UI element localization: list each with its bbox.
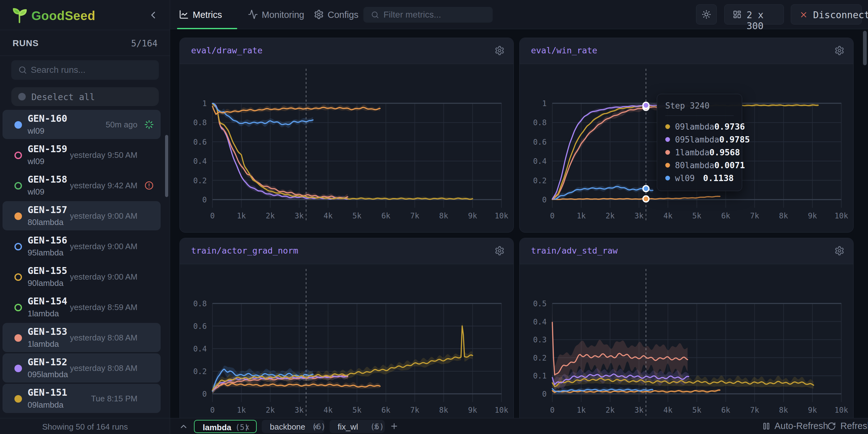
- run-group: 1lambda: [28, 339, 59, 349]
- runs-header: RUNS: [12, 38, 39, 48]
- chart-settings-gear-icon[interactable]: [834, 246, 844, 256]
- tab-configs[interactable]: Configs: [314, 0, 358, 29]
- run-row-gen-151[interactable]: GEN-15109lambdaTue 8:15 PM: [2, 384, 161, 413]
- group-tab-close[interactable]: x: [314, 422, 317, 431]
- group-tab-close[interactable]: x: [245, 423, 249, 432]
- run-list-scrollbar[interactable]: [165, 135, 168, 197]
- run-row-gen-152[interactable]: GEN-152095lambdayesterday 8:08 AM: [2, 353, 161, 382]
- group-tab-close[interactable]: x: [374, 422, 378, 431]
- theme-toggle-button[interactable]: [696, 4, 717, 25]
- svg-text:0: 0: [210, 406, 215, 414]
- grid-layout-button[interactable]: 2 x 300: [724, 4, 784, 25]
- tooltip-row-wl09: wl090.1138: [665, 172, 734, 185]
- chart-title: train/actor_grad_norm: [191, 246, 298, 255]
- run-row-gen-156[interactable]: GEN-15695lambdayesterday 9:00 AM: [2, 231, 161, 261]
- series-color-dot: [665, 124, 670, 129]
- chart-panel-train-adv-std-raw: 0.50.40.30.20.1001k2k3k4k5k6k7k8k9k10ktr…: [519, 238, 854, 433]
- search-icon: [371, 11, 379, 19]
- svg-text:9k: 9k: [468, 212, 477, 220]
- svg-text:0: 0: [203, 390, 207, 399]
- error-icon: [144, 181, 154, 190]
- run-timestamp: yesterday 9:00 AM: [70, 242, 137, 251]
- run-row-gen-153[interactable]: GEN-1531lambdayesterday 8:08 AM: [2, 323, 161, 352]
- chevron-up-icon[interactable]: [179, 422, 188, 431]
- svg-text:0.2: 0.2: [533, 176, 547, 185]
- monitoring-icon: [248, 9, 258, 20]
- runs-showing-text: Showing 50 of 164 runs: [0, 422, 170, 432]
- chart-settings-gear-icon[interactable]: [495, 246, 505, 256]
- chart-plot-eval-draw-rate[interactable]: 10.80.60.40.2001k2k3k4k5k6k7k8k9k10k: [180, 38, 514, 232]
- run-row-gen-154[interactable]: GEN-1541lambdayesterday 8:59 AM: [2, 292, 161, 322]
- chart-panel-header: eval/draw_rate: [180, 38, 514, 64]
- tab-monitoring[interactable]: Monitoring: [248, 0, 314, 29]
- run-color-dot: [14, 152, 22, 159]
- run-group: 90lambda: [28, 278, 63, 288]
- chart-panel-header: eval/win_rate: [520, 38, 853, 64]
- app-root: GoodSeed RUNS 5/164 Search runs... Desel…: [0, 0, 868, 434]
- series-value: 0.9568: [710, 148, 740, 157]
- series-value: 0.1138: [703, 173, 734, 183]
- run-color-dot: [14, 395, 22, 403]
- svg-text:7k: 7k: [410, 212, 419, 220]
- run-timestamp: yesterday 9:50 AM: [70, 150, 137, 160]
- svg-text:3k: 3k: [634, 406, 644, 414]
- refresh-icon: [827, 422, 836, 431]
- svg-text:3k: 3k: [294, 406, 304, 414]
- grid-layout-label: 2 x 300: [747, 9, 783, 31]
- run-name: GEN-155: [28, 265, 67, 276]
- deselect-all-button[interactable]: Deselect all: [11, 87, 159, 106]
- tab-label: Configs: [328, 10, 359, 20]
- grid-layout-icon: [733, 10, 742, 19]
- svg-text:0: 0: [542, 195, 547, 204]
- chart-settings-gear-icon[interactable]: [495, 45, 505, 56]
- svg-text:1k: 1k: [237, 212, 246, 220]
- svg-text:0.8: 0.8: [193, 118, 207, 127]
- run-row-gen-160[interactable]: GEN-160wl0950m ago: [2, 110, 161, 139]
- chart-title: eval/draw_rate: [191, 45, 263, 55]
- group-tab-lambda[interactable]: lambda(5)x: [194, 420, 257, 433]
- run-timestamp: yesterday 8:08 AM: [70, 333, 137, 343]
- svg-text:0: 0: [203, 195, 207, 204]
- svg-text:7k: 7k: [750, 212, 759, 220]
- topbar: MetricsMonitoringConfigs Filter metrics.…: [170, 0, 868, 29]
- sidebar-collapse-icon[interactable]: [148, 9, 159, 21]
- svg-text:5k: 5k: [352, 212, 362, 220]
- series-name: 095lambda: [675, 135, 719, 144]
- disconnect-button[interactable]: Disconnect: [791, 4, 862, 25]
- svg-text:0: 0: [542, 390, 547, 399]
- run-row-gen-159[interactable]: GEN-159wl09yesterday 9:50 AM: [2, 140, 161, 169]
- run-row-gen-155[interactable]: GEN-15590lambdayesterday 9:00 AM: [2, 262, 161, 291]
- run-timestamp: 50m ago: [106, 120, 137, 130]
- add-tab-icon[interactable]: [390, 422, 399, 431]
- svg-text:1: 1: [542, 99, 547, 108]
- run-row-gen-157[interactable]: GEN-15780lambdayesterday 9:00 AM: [2, 201, 161, 230]
- svg-text:4k: 4k: [663, 212, 673, 220]
- svg-text:0.1: 0.1: [533, 372, 547, 380]
- run-row-gen-158[interactable]: GEN-158wl09yesterday 9:42 AM: [2, 171, 161, 200]
- chart-plot-train-adv-std-raw[interactable]: 0.50.40.30.20.1001k2k3k4k5k6k7k8k9k10k: [520, 238, 854, 433]
- group-tab-backbone[interactable]: backbone(6)x: [262, 420, 324, 433]
- run-name: GEN-153: [28, 326, 67, 337]
- search-runs-input[interactable]: Search runs...: [11, 60, 159, 80]
- chart-panel-train-actor-grad-norm: 0.80.60.40.2001k2k3k4k5k6k7k8k9k10ktrain…: [180, 238, 514, 433]
- svg-text:0.3: 0.3: [533, 336, 547, 344]
- tooltip-row-1lambda: 1lambda0.9568: [665, 146, 734, 159]
- svg-text:3k: 3k: [294, 212, 304, 220]
- run-name: GEN-157: [28, 204, 67, 215]
- svg-text:5k: 5k: [352, 406, 362, 414]
- run-name: GEN-154: [28, 296, 67, 307]
- chart-settings-gear-icon[interactable]: [834, 45, 844, 56]
- tab-metrics[interactable]: Metrics: [179, 0, 235, 29]
- run-color-dot: [14, 212, 22, 220]
- metrics-icon: [179, 9, 189, 20]
- run-color-dot: [14, 273, 22, 281]
- run-name: GEN-160: [28, 113, 67, 124]
- series-value: 0.0071: [714, 160, 745, 170]
- group-tab-fix_wl[interactable]: fix_wl(5)x: [330, 420, 385, 433]
- svg-text:4k: 4k: [323, 212, 333, 220]
- chart-plot-train-actor-grad-norm[interactable]: 0.80.60.40.2001k2k3k4k5k6k7k8k9k10k: [180, 238, 514, 433]
- main-scrollbar[interactable]: [863, 31, 867, 65]
- refresh-label: Refresh: [840, 421, 868, 431]
- run-group: wl09: [28, 157, 44, 166]
- filter-metrics-input[interactable]: Filter metrics...: [363, 7, 493, 23]
